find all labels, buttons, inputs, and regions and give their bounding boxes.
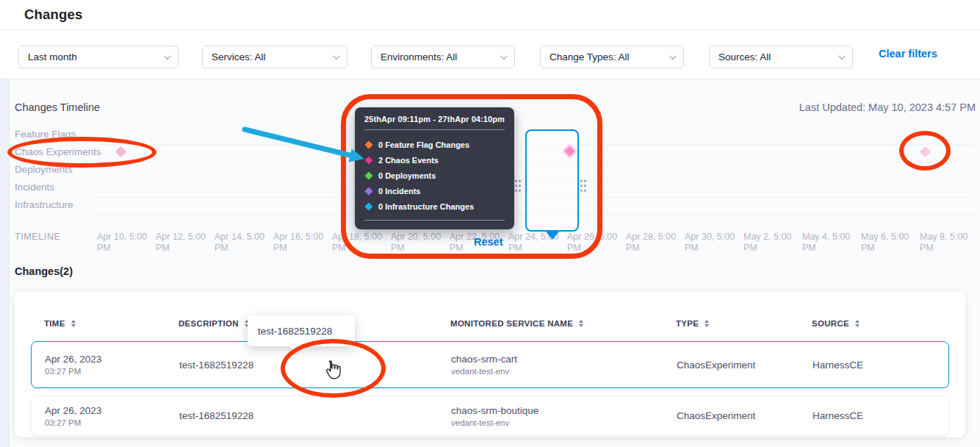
services-dropdown[interactable]: Services: All bbox=[202, 46, 347, 68]
environments-dropdown[interactable]: Environments: All bbox=[371, 46, 515, 68]
top-bar: Changes bbox=[0, 0, 980, 30]
row-hover-tooltip-text: test-1682519228 bbox=[258, 326, 332, 337]
tooltip-date-range: 25thApr 09:11pm - 27thApr 04:10pm bbox=[364, 115, 505, 124]
chevron-down-icon bbox=[838, 52, 846, 60]
cell-description: test-1682519228 bbox=[179, 410, 451, 421]
axis-tick: Apr 20, 5:00PM bbox=[391, 232, 442, 254]
axis-tick: Apr 12, 5:00PM bbox=[156, 232, 207, 254]
axis-tick: May 4, 5:00PM bbox=[802, 232, 854, 254]
axis-tick: Apr 10, 5:00PM bbox=[97, 232, 148, 254]
chaos-event-marker-faded-right[interactable] bbox=[920, 146, 932, 158]
changes-timeline-section: Changes Timeline Last Updated: May 10, 2… bbox=[0, 79, 980, 259]
axis-tick: Apr 14, 5:00PM bbox=[215, 232, 266, 254]
legend-item-chaos-events: 2 Chaos Events bbox=[364, 154, 505, 165]
legend-item-feature-flags: 0 Feature Flag Changes bbox=[364, 139, 505, 150]
axis-tick: May 8, 5:00PM bbox=[920, 232, 971, 254]
column-header-source: SOURCE bbox=[812, 319, 949, 328]
environments-value: Environments: All bbox=[381, 51, 457, 62]
table-header-row: TIME DESCRIPTION MONITORED SERVICE NAME … bbox=[31, 319, 949, 328]
time-range-value: Last month bbox=[28, 51, 77, 62]
sources-dropdown[interactable]: Sources: All bbox=[709, 46, 853, 68]
chevron-down-icon bbox=[669, 52, 677, 60]
chevron-down-icon bbox=[500, 52, 508, 60]
infrastructure-diamond-icon bbox=[364, 202, 372, 210]
legend-label: 2 Chaos Events bbox=[378, 156, 439, 165]
last-updated-text: Last Updated: May 10, 2023 4:57 PM bbox=[799, 101, 976, 113]
track-label-incidents: Incidents bbox=[15, 182, 54, 193]
cell-time: Apr 26, 2023 03:27 PM bbox=[45, 354, 179, 376]
cell-monitored-service: chaos-srm-cart vedant-test-env bbox=[451, 354, 677, 376]
sort-icon[interactable] bbox=[579, 320, 583, 328]
track-label-feature-flags: Feature Flags bbox=[15, 129, 76, 140]
brush-bottom-pointer bbox=[546, 232, 559, 240]
clear-filters-link[interactable]: Clear filters bbox=[879, 48, 937, 60]
page-title: Changes bbox=[24, 7, 83, 23]
track-label-infrastructure: Infrastructure bbox=[15, 199, 73, 210]
sort-icon[interactable] bbox=[705, 320, 709, 328]
changes-page: Changes Last month Services: All Environ… bbox=[0, 0, 980, 447]
legend-label: 0 Deployments bbox=[378, 171, 436, 180]
hand-cursor-icon bbox=[323, 359, 342, 381]
changes-count-title: Changes(2) bbox=[15, 265, 73, 277]
column-header-type: TYPE bbox=[676, 319, 812, 328]
legend-item-infrastructure: 0 Infrastructure Changes bbox=[364, 201, 505, 212]
brush-left-handle[interactable] bbox=[514, 179, 522, 193]
track-label-deployments: Deployments bbox=[15, 164, 73, 175]
row-hover-tooltip: test-1682519228 bbox=[248, 315, 355, 346]
chaos-event-marker-faded-left[interactable] bbox=[115, 146, 127, 158]
column-header-time: TIME bbox=[44, 319, 179, 328]
timeline-range-tooltip: 25thApr 09:11pm - 27thApr 04:10pm 0 Feat… bbox=[355, 107, 514, 229]
change-types-value: Change Types: All bbox=[550, 51, 630, 62]
cell-time: Apr 26, 2023 03:27 PM bbox=[45, 405, 179, 427]
legend-item-deployments: 0 Deployments bbox=[364, 170, 505, 181]
tooltip-divider bbox=[364, 129, 505, 130]
deployments-diamond-icon bbox=[364, 171, 372, 179]
changes-table-card: TIME DESCRIPTION MONITORED SERVICE NAME … bbox=[15, 291, 965, 437]
chevron-down-icon bbox=[164, 52, 171, 60]
cell-type: ChaosExperiment bbox=[677, 410, 813, 421]
cell-description: test-1682519228 bbox=[179, 360, 451, 371]
column-header-monitored-service: MONITORED SERVICE NAME bbox=[450, 319, 676, 328]
tooltip-legend: 0 Feature Flag Changes 2 Chaos Events 0 … bbox=[364, 139, 505, 212]
legend-label: 0 Feature Flag Changes bbox=[378, 140, 469, 149]
table-row[interactable]: Apr 26, 2023 03:27 PM test-1682519228 ch… bbox=[31, 341, 949, 388]
filter-bar: Last month Services: All Environments: A… bbox=[0, 30, 980, 79]
table-row[interactable]: Apr 26, 2023 03:27 PM test-1682519228 ch… bbox=[31, 396, 949, 436]
axis-tick: Apr 16, 5:00PM bbox=[273, 232, 325, 254]
tooltip-divider bbox=[364, 220, 505, 221]
sources-value: Sources: All bbox=[718, 51, 771, 62]
legend-item-incidents: 0 Incidents bbox=[364, 185, 505, 196]
feature-flag-diamond-icon bbox=[364, 140, 372, 149]
cell-monitored-service: chaos-srm-boutique vedant-test-env bbox=[451, 405, 677, 427]
cell-source: HarnessCE bbox=[813, 360, 948, 371]
chaos-events-diamond-icon bbox=[364, 156, 372, 164]
axis-tick: May 6, 5:00PM bbox=[861, 232, 912, 254]
time-range-dropdown[interactable]: Last month bbox=[18, 46, 179, 68]
axis-tick: May 2, 5:00PM bbox=[743, 232, 795, 254]
axis-tick: Apr 30, 5:00PM bbox=[685, 232, 736, 254]
timeline-section-title: Changes Timeline bbox=[15, 101, 100, 113]
sort-icon[interactable] bbox=[71, 320, 76, 328]
sort-icon[interactable] bbox=[855, 320, 860, 328]
left-edge-strip bbox=[0, 30, 10, 447]
change-types-dropdown[interactable]: Change Types: All bbox=[540, 46, 684, 68]
cell-source: HarnessCE bbox=[813, 410, 948, 421]
services-value: Services: All bbox=[212, 51, 266, 62]
legend-label: 0 Incidents bbox=[378, 187, 420, 196]
incidents-diamond-icon bbox=[364, 187, 372, 195]
chevron-down-icon bbox=[333, 52, 340, 60]
track-label-chaos-experiments: Chaos Experiments bbox=[15, 146, 101, 157]
reset-button[interactable]: Reset bbox=[474, 236, 503, 248]
legend-label: 0 Infrastructure Changes bbox=[378, 202, 474, 211]
axis-tick: Apr 26, 5:00PM bbox=[567, 232, 619, 254]
brush-right-handle[interactable] bbox=[580, 179, 587, 193]
axis-tick: Apr 28, 5:00PM bbox=[626, 232, 677, 254]
timeline-brush-selection[interactable] bbox=[525, 129, 579, 232]
cell-type: ChaosExperiment bbox=[677, 360, 813, 371]
axis-tick: Apr 18, 5:00PM bbox=[332, 232, 383, 254]
timeline-axis-title: TIMELINE bbox=[15, 232, 60, 242]
